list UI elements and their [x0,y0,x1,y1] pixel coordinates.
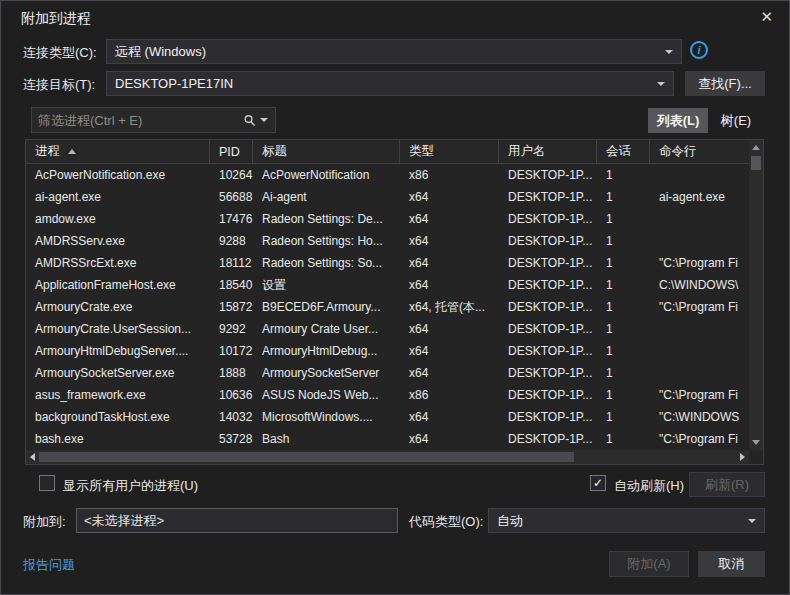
scroll-up-icon[interactable] [752,145,760,150]
cell-user: DESKTOP-1P... [499,428,597,450]
chevron-down-icon[interactable] [260,118,268,122]
cell-type: x64 [400,428,499,450]
table-row[interactable]: ArmourySocketServer.exe1888ArmourySocket… [26,362,749,384]
table-row[interactable]: AMDRSSrcExt.exe18112Radeon Settings: So.… [26,252,749,274]
column-header-title[interactable]: 标题 [253,140,400,163]
cell-cmd [650,340,749,362]
cell-title: Ai-agent [253,186,400,208]
table-row[interactable]: AcPowerNotification.exe10264AcPowerNotif… [26,164,749,186]
cell-user: DESKTOP-1P... [499,274,597,296]
auto-refresh-checkbox[interactable]: ✓ [590,475,606,491]
cell-pid: 15872 [210,296,253,318]
column-header-user[interactable]: 用户名 [499,140,597,163]
column-header-process[interactable]: 进程 [26,140,210,163]
cell-user: DESKTOP-1P... [499,340,597,362]
view-toggle-list-button[interactable]: 列表(L) [648,108,708,133]
connection-type-combobox[interactable]: 远程 (Windows) [106,39,682,64]
cell-process: amdow.exe [26,208,210,230]
cell-process: ai-agent.exe [26,186,210,208]
title-bar: 附加到进程 ✕ [1,1,789,33]
info-icon[interactable]: i [690,41,708,59]
process-table-body: AcPowerNotification.exe10264AcPowerNotif… [26,164,749,450]
cell-process: ApplicationFrameHost.exe [26,274,210,296]
scroll-right-icon[interactable] [740,453,745,461]
vertical-scrollbar-thumb[interactable] [751,156,761,170]
cell-type: x64 [400,186,499,208]
column-header-cmdline[interactable]: 命令行 [650,140,749,163]
cell-process: AMDRSServ.exe [26,230,210,252]
cell-type: x64 [400,406,499,428]
cell-session: 1 [597,406,650,428]
cell-session: 1 [597,274,650,296]
code-type-combobox[interactable]: 自动 [488,508,765,533]
column-header-pid[interactable]: PID [210,140,253,163]
cell-cmd [650,164,749,186]
chevron-down-icon [748,519,756,523]
find-button[interactable]: 查找(F)... [685,71,765,96]
cell-pid: 9288 [210,230,253,252]
cell-process: bash.exe [26,428,210,450]
table-row[interactable]: backgroundTaskHost.exe14032MicrosoftWind… [26,406,749,428]
close-icon[interactable]: ✕ [760,8,773,26]
cell-user: DESKTOP-1P... [499,384,597,406]
cell-cmd: C:\WINDOWS\ [650,274,749,296]
attach-button[interactable]: 附加(A) [609,551,689,577]
table-row[interactable]: ArmouryCrate.exe15872B9ECED6F.Armoury...… [26,296,749,318]
table-row[interactable]: ArmouryHtmlDebugServer....10172ArmouryHt… [26,340,749,362]
cancel-button[interactable]: 取消 [698,551,765,577]
show-all-users-checkbox[interactable] [39,475,55,491]
cell-title: Radeon Settings: De... [253,208,400,230]
cell-pid: 10636 [210,384,253,406]
horizontal-scrollbar[interactable] [26,450,749,464]
vertical-scrollbar[interactable] [749,140,763,450]
attach-to-input[interactable] [76,508,398,533]
cell-process: ArmourySocketServer.exe [26,362,210,384]
cell-pid: 17476 [210,208,253,230]
cell-user: DESKTOP-1P... [499,296,597,318]
table-row[interactable]: amdow.exe17476Radeon Settings: De...x64D… [26,208,749,230]
cell-process: asus_framework.exe [26,384,210,406]
table-header: 进程 PID 标题 类型 用户名 会话 命令行 [26,140,749,164]
cell-session: 1 [597,296,650,318]
scrollbar-corner [749,450,763,464]
cell-type: x64, 托管(本... [400,296,499,318]
cell-title: ArmouryHtmlDebug... [253,340,400,362]
cell-pid: 56688 [210,186,253,208]
table-row[interactable]: ApplicationFrameHost.exe18540设置x64DESKTO… [26,274,749,296]
cell-user: DESKTOP-1P... [499,164,597,186]
filter-processes-input[interactable] [32,113,243,128]
table-row[interactable]: ArmouryCrate.UserSession...9292Armoury C… [26,318,749,340]
horizontal-scrollbar-thumb[interactable] [39,452,574,462]
table-row[interactable]: AMDRSServ.exe9288Radeon Settings: Ho...x… [26,230,749,252]
column-header-label: 标题 [262,143,287,160]
cell-title: Radeon Settings: Ho... [253,230,400,252]
table-row[interactable]: ai-agent.exe56688Ai-agentx64DESKTOP-1P..… [26,186,749,208]
report-problem-link[interactable]: 报告问题 [23,556,75,574]
scroll-left-icon[interactable] [30,453,35,461]
cell-cmd [650,208,749,230]
refresh-button[interactable]: 刷新(R) [689,472,765,497]
cell-session: 1 [597,208,650,230]
table-row[interactable]: asus_framework.exe10636ASUS NodeJS Web..… [26,384,749,406]
cell-user: DESKTOP-1P... [499,318,597,340]
connection-target-combobox[interactable]: DESKTOP-1PE17IN [106,71,674,96]
table-row[interactable]: bash.exe53728Bashx64DESKTOP-1P...1"C:\Pr… [26,428,749,450]
column-header-type[interactable]: 类型 [400,140,499,163]
attach-to-label: 附加到: [23,513,66,531]
column-header-session[interactable]: 会话 [597,140,650,163]
cell-user: DESKTOP-1P... [499,406,597,428]
connection-type-value: 远程 (Windows) [115,43,206,61]
cell-type: x64 [400,318,499,340]
cell-type: x64 [400,208,499,230]
scroll-down-icon[interactable] [752,440,760,445]
view-toggle-tree-button[interactable]: 树(E) [712,108,760,133]
cell-session: 1 [597,186,650,208]
cell-cmd [650,318,749,340]
auto-refresh-label: 自动刷新(H) [614,477,684,495]
column-header-label: 进程 [35,143,60,160]
cell-session: 1 [597,428,650,450]
code-type-value: 自动 [497,512,523,530]
cell-cmd [650,230,749,252]
cell-pid: 18540 [210,274,253,296]
cell-title: Armoury Crate User... [253,318,400,340]
